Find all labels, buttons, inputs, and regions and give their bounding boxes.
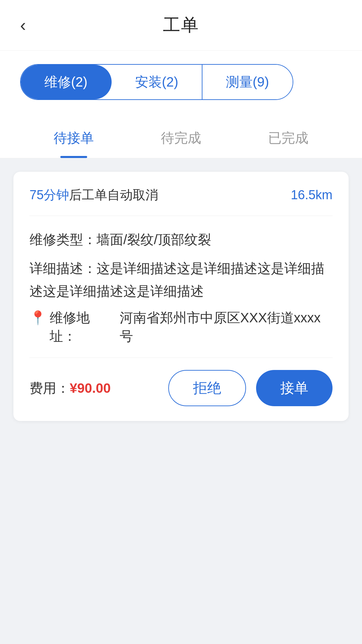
repair-type-label: 维修类型： (29, 232, 97, 247)
page-title: 工单 (163, 13, 199, 37)
address-label: 维修地址： (50, 309, 116, 345)
fee-amount: ¥90.00 (70, 381, 111, 395)
card-info: 维修类型：墙面/裂纹/顶部纹裂 详细描述：这是详细描述这是详细描述这是详细描述这… (29, 228, 333, 345)
content-area: 75分钟后工单自动取消 16.5km 维修类型：墙面/裂纹/顶部纹裂 详细描述：… (0, 158, 362, 434)
order-card: 75分钟后工单自动取消 16.5km 维修类型：墙面/裂纹/顶部纹裂 详细描述：… (13, 172, 349, 421)
auto-cancel-minutes: 75分钟 (29, 188, 69, 202)
card-footer: 费用：¥90.00 拒绝 接单 (29, 358, 333, 406)
header: ‹ 工单 (0, 0, 362, 51)
top-tab-bar: 维修(2) 安装(2) 测量(9) (0, 51, 362, 117)
reject-button[interactable]: 拒绝 (168, 370, 246, 406)
distance-text: 16.5km (291, 188, 333, 202)
address-value: 河南省郑州市中原区XXX街道xxxx号 (120, 309, 333, 345)
repair-type-row: 维修类型：墙面/裂纹/顶部纹裂 (29, 228, 333, 251)
tab-segment: 维修(2) 安装(2) 测量(9) (20, 64, 293, 100)
sub-tab-pending[interactable]: 待接单 (20, 117, 127, 158)
location-icon: 📍 (29, 310, 46, 326)
button-group: 拒绝 接单 (168, 370, 333, 406)
sub-tab-bar: 待接单 待完成 已完成 (0, 117, 362, 158)
fee-label: 费用： (29, 381, 70, 395)
card-header: 75分钟后工单自动取消 16.5km (29, 186, 333, 216)
auto-cancel-text: 75分钟后工单自动取消 (29, 186, 158, 204)
sub-tab-ongoing[interactable]: 待完成 (127, 117, 235, 158)
fee-text: 费用：¥90.00 (29, 379, 111, 397)
tab-install[interactable]: 安装(2) (112, 65, 202, 99)
sub-tab-completed[interactable]: 已完成 (235, 117, 342, 158)
accept-button[interactable]: 接单 (256, 370, 333, 406)
tab-measure[interactable]: 测量(9) (202, 65, 293, 99)
address-row: 📍 维修地址：河南省郑州市中原区XXX街道xxxx号 (29, 309, 333, 345)
detail-label: 详细描述： (29, 261, 97, 276)
detail-row: 详细描述：这是详细描述这是详细描述这是详细描述这是详细描述这是详细描述 (29, 257, 333, 303)
auto-cancel-suffix: 后工单自动取消 (69, 188, 158, 202)
back-button[interactable]: ‹ (20, 16, 26, 34)
tab-repair[interactable]: 维修(2) (21, 65, 112, 99)
repair-type-value: 墙面/裂纹/顶部纹裂 (97, 232, 211, 247)
